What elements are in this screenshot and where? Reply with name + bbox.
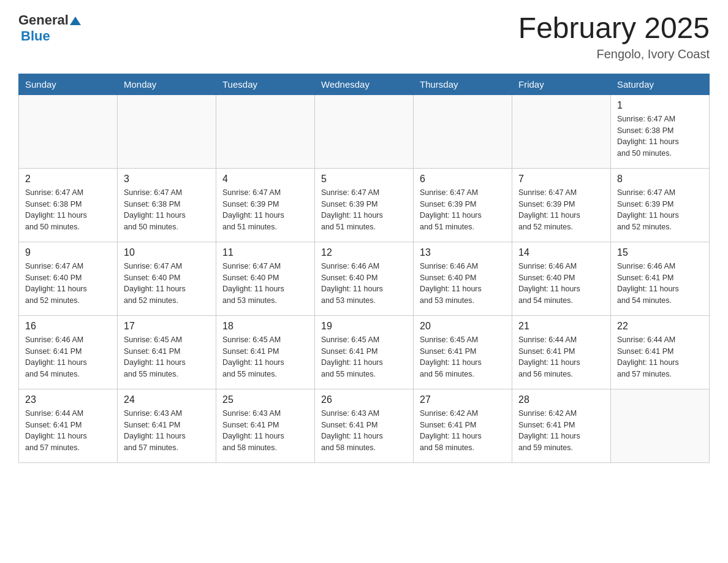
calendar-cell: 12Sunrise: 6:46 AM Sunset: 6:40 PM Dayli…: [315, 242, 414, 315]
weekday-header: Friday: [512, 74, 611, 94]
calendar-cell: 28Sunrise: 6:42 AM Sunset: 6:41 PM Dayli…: [512, 389, 611, 462]
calendar-subtitle: Fengolo, Ivory Coast: [518, 47, 710, 61]
calendar-cell: 7Sunrise: 6:47 AM Sunset: 6:39 PM Daylig…: [512, 168, 611, 242]
day-number: 5: [321, 174, 407, 185]
day-info: Sunrise: 6:46 AM Sunset: 6:40 PM Dayligh…: [420, 261, 506, 307]
logo-blue-text: Blue: [21, 28, 50, 44]
day-number: 21: [518, 321, 604, 332]
day-number: 7: [518, 174, 604, 185]
calendar-cell: 13Sunrise: 6:46 AM Sunset: 6:40 PM Dayli…: [414, 242, 512, 315]
calendar-cell: 5Sunrise: 6:47 AM Sunset: 6:39 PM Daylig…: [315, 168, 414, 242]
day-number: 28: [518, 394, 604, 405]
calendar-cell: [512, 94, 611, 168]
day-number: 8: [617, 174, 703, 185]
svg-marker-0: [70, 17, 81, 25]
day-number: 1: [617, 100, 703, 111]
day-number: 18: [222, 321, 308, 332]
day-number: 6: [420, 174, 506, 185]
day-number: 23: [25, 394, 111, 405]
calendar-cell: [414, 94, 512, 168]
day-number: 24: [124, 394, 210, 405]
day-number: 3: [124, 174, 210, 185]
day-info: Sunrise: 6:47 AM Sunset: 6:39 PM Dayligh…: [321, 187, 407, 233]
weekday-header-row: SundayMondayTuesdayWednesdayThursdayFrid…: [19, 74, 710, 94]
weekday-header: Monday: [118, 74, 216, 94]
calendar-cell: 22Sunrise: 6:44 AM Sunset: 6:41 PM Dayli…: [611, 315, 710, 389]
calendar-cell: 9Sunrise: 6:47 AM Sunset: 6:40 PM Daylig…: [19, 242, 118, 315]
day-number: 26: [321, 394, 407, 405]
day-info: Sunrise: 6:47 AM Sunset: 6:39 PM Dayligh…: [617, 187, 703, 233]
day-info: Sunrise: 6:43 AM Sunset: 6:41 PM Dayligh…: [124, 408, 210, 454]
day-number: 9: [25, 247, 111, 258]
day-number: 19: [321, 321, 407, 332]
calendar-cell: 27Sunrise: 6:42 AM Sunset: 6:41 PM Dayli…: [414, 389, 512, 462]
calendar-cell: 8Sunrise: 6:47 AM Sunset: 6:39 PM Daylig…: [611, 168, 710, 242]
day-number: 10: [124, 247, 210, 258]
day-info: Sunrise: 6:47 AM Sunset: 6:39 PM Dayligh…: [222, 187, 308, 233]
calendar-table: SundayMondayTuesdayWednesdayThursdayFrid…: [18, 74, 710, 463]
day-info: Sunrise: 6:47 AM Sunset: 6:39 PM Dayligh…: [420, 187, 506, 233]
day-number: 22: [617, 321, 703, 332]
day-info: Sunrise: 6:47 AM Sunset: 6:40 PM Dayligh…: [222, 261, 308, 307]
calendar-cell: 20Sunrise: 6:45 AM Sunset: 6:41 PM Dayli…: [414, 315, 512, 389]
calendar-cell: 11Sunrise: 6:47 AM Sunset: 6:40 PM Dayli…: [216, 242, 315, 315]
day-info: Sunrise: 6:47 AM Sunset: 6:38 PM Dayligh…: [124, 187, 210, 233]
day-number: 16: [25, 321, 111, 332]
calendar-cell: 14Sunrise: 6:46 AM Sunset: 6:40 PM Dayli…: [512, 242, 611, 315]
day-number: 20: [420, 321, 506, 332]
day-info: Sunrise: 6:42 AM Sunset: 6:41 PM Dayligh…: [518, 408, 604, 454]
calendar-cell: 25Sunrise: 6:43 AM Sunset: 6:41 PM Dayli…: [216, 389, 315, 462]
day-info: Sunrise: 6:47 AM Sunset: 6:39 PM Dayligh…: [518, 187, 604, 233]
day-info: Sunrise: 6:46 AM Sunset: 6:41 PM Dayligh…: [617, 261, 703, 307]
calendar-cell: 16Sunrise: 6:46 AM Sunset: 6:41 PM Dayli…: [19, 315, 118, 389]
day-info: Sunrise: 6:47 AM Sunset: 6:38 PM Dayligh…: [617, 113, 703, 159]
day-info: Sunrise: 6:44 AM Sunset: 6:41 PM Dayligh…: [25, 408, 111, 454]
day-number: 15: [617, 247, 703, 258]
day-number: 27: [420, 394, 506, 405]
calendar-cell: 4Sunrise: 6:47 AM Sunset: 6:39 PM Daylig…: [216, 168, 315, 242]
calendar-cell: [611, 389, 710, 462]
calendar-week-row: 16Sunrise: 6:46 AM Sunset: 6:41 PM Dayli…: [19, 315, 710, 389]
calendar-title: February 2025: [518, 12, 710, 45]
calendar-week-row: 2Sunrise: 6:47 AM Sunset: 6:38 PM Daylig…: [19, 168, 710, 242]
calendar-week-row: 23Sunrise: 6:44 AM Sunset: 6:41 PM Dayli…: [19, 389, 710, 462]
day-info: Sunrise: 6:45 AM Sunset: 6:41 PM Dayligh…: [222, 334, 308, 380]
calendar-cell: [118, 94, 216, 168]
calendar-cell: 23Sunrise: 6:44 AM Sunset: 6:41 PM Dayli…: [19, 389, 118, 462]
calendar-cell: 21Sunrise: 6:44 AM Sunset: 6:41 PM Dayli…: [512, 315, 611, 389]
calendar-cell: 17Sunrise: 6:45 AM Sunset: 6:41 PM Dayli…: [118, 315, 216, 389]
day-info: Sunrise: 6:47 AM Sunset: 6:40 PM Dayligh…: [124, 261, 210, 307]
calendar-cell: 26Sunrise: 6:43 AM Sunset: 6:41 PM Dayli…: [315, 389, 414, 462]
day-number: 11: [222, 247, 308, 258]
weekday-header: Wednesday: [315, 74, 414, 94]
page-header: General Blue February 2025 Fengolo, Ivor…: [18, 12, 710, 61]
day-info: Sunrise: 6:46 AM Sunset: 6:41 PM Dayligh…: [25, 334, 111, 380]
day-info: Sunrise: 6:46 AM Sunset: 6:40 PM Dayligh…: [518, 261, 604, 307]
day-number: 12: [321, 247, 407, 258]
title-block: February 2025 Fengolo, Ivory Coast: [518, 12, 710, 61]
calendar-cell: 10Sunrise: 6:47 AM Sunset: 6:40 PM Dayli…: [118, 242, 216, 315]
weekday-header: Saturday: [611, 74, 710, 94]
day-number: 17: [124, 321, 210, 332]
day-info: Sunrise: 6:43 AM Sunset: 6:41 PM Dayligh…: [321, 408, 407, 454]
calendar-cell: 2Sunrise: 6:47 AM Sunset: 6:38 PM Daylig…: [19, 168, 118, 242]
calendar-cell: 1Sunrise: 6:47 AM Sunset: 6:38 PM Daylig…: [611, 94, 710, 168]
day-info: Sunrise: 6:42 AM Sunset: 6:41 PM Dayligh…: [420, 408, 506, 454]
calendar-cell: [19, 94, 118, 168]
day-number: 25: [222, 394, 308, 405]
weekday-header: Thursday: [414, 74, 512, 94]
day-number: 14: [518, 247, 604, 258]
logo: General Blue: [18, 12, 81, 44]
day-number: 13: [420, 247, 506, 258]
calendar-cell: 24Sunrise: 6:43 AM Sunset: 6:41 PM Dayli…: [118, 389, 216, 462]
calendar-cell: [315, 94, 414, 168]
calendar-cell: 3Sunrise: 6:47 AM Sunset: 6:38 PM Daylig…: [118, 168, 216, 242]
day-info: Sunrise: 6:45 AM Sunset: 6:41 PM Dayligh…: [124, 334, 210, 380]
day-info: Sunrise: 6:46 AM Sunset: 6:40 PM Dayligh…: [321, 261, 407, 307]
calendar-cell: 19Sunrise: 6:45 AM Sunset: 6:41 PM Dayli…: [315, 315, 414, 389]
weekday-header: Sunday: [19, 74, 118, 94]
day-info: Sunrise: 6:45 AM Sunset: 6:41 PM Dayligh…: [420, 334, 506, 380]
calendar-week-row: 1Sunrise: 6:47 AM Sunset: 6:38 PM Daylig…: [19, 94, 710, 168]
day-info: Sunrise: 6:44 AM Sunset: 6:41 PM Dayligh…: [518, 334, 604, 380]
logo-triangle-icon: [70, 15, 81, 26]
